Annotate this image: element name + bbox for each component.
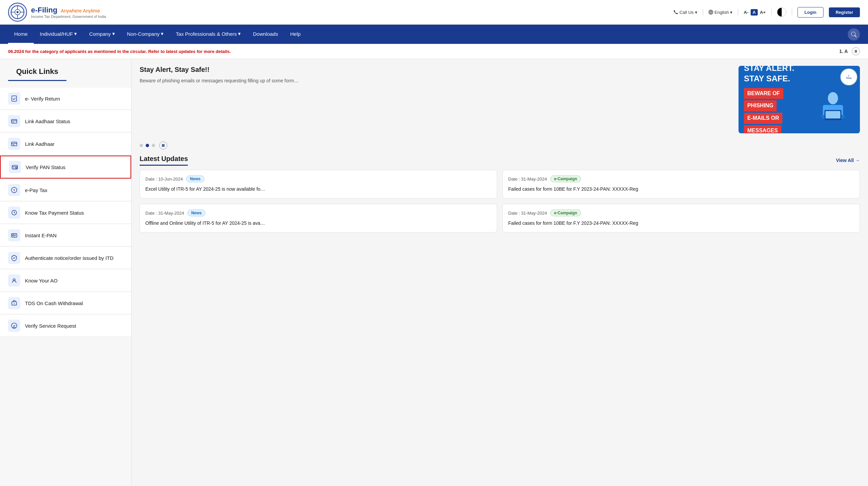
announcement-number: 1. A [839, 49, 848, 54]
nav-downloads[interactable]: Downloads [247, 25, 284, 44]
filing-badge: eFiling [840, 69, 857, 85]
nav-home[interactable]: Home [8, 25, 34, 44]
svg-rect-13 [11, 142, 17, 146]
instant-epan-icon [8, 229, 20, 241]
svg-rect-7 [855, 50, 856, 53]
safety-image: STAY ALERT. STAY SAFE. BEWARE OF PHISHIN… [739, 66, 860, 133]
sidebar-item-label: Instant E-PAN [25, 233, 57, 238]
search-button[interactable] [848, 28, 860, 40]
sidebar-item-epay-tax[interactable]: ₹ e-Pay Tax [0, 179, 131, 201]
logo-area: e-Filing Anywhere Anytime Income Tax Dep… [8, 3, 106, 22]
update-card-3-header: Date : 31-May-2024 News [145, 210, 491, 216]
safety-section: Stay Alert, Stay Safe!! Beware of phishi… [140, 66, 860, 133]
sidebar-item-verify-service[interactable]: Verify Service Request [0, 315, 131, 337]
update-card-1-header: Date : 10-Jun-2024 News [145, 176, 491, 182]
update-text-3: Offline and Online Utility of ITR-5 for … [145, 220, 491, 227]
announcement-pause-button[interactable] [852, 47, 860, 55]
nav-noncompany[interactable]: Non-Company ▾ [121, 25, 170, 44]
epay-tax-icon: ₹ [8, 184, 20, 196]
safety-img-line2: STAY SAFE. [744, 73, 794, 84]
sidebar-title: Quick Links [8, 67, 66, 81]
sidebar-item-tax-payment-status[interactable]: Know Tax Payment Status [0, 202, 131, 224]
contrast-toggle[interactable] [777, 7, 786, 17]
sidebar-item-label: Link Aadhaar Status [25, 118, 70, 124]
update-tag-3: News [187, 210, 205, 216]
svg-rect-8 [856, 50, 857, 53]
font-normal-button[interactable]: A [751, 9, 758, 16]
sidebar-item-authenticate-notice[interactable]: Authenticate notice/order issued by ITD [0, 247, 131, 269]
verify-service-icon [8, 320, 20, 332]
divider3 [771, 9, 772, 16]
svg-point-24 [12, 235, 14, 236]
safety-text: Stay Alert, Stay Safe!! Beware of phishi… [140, 66, 730, 133]
verify-pan-icon [9, 161, 21, 173]
sidebar-item-tds-cash[interactable]: TDS On Cash Withdrawal [0, 292, 131, 314]
update-date-4: Date : 31-May-2024 [508, 211, 547, 216]
safety-img-line1: STAY ALERT. [744, 66, 794, 73]
carousel-dot-3[interactable] [152, 144, 155, 147]
safety-img-line3: BEWARE OF [744, 88, 783, 99]
update-card-2[interactable]: Date : 31-May-2024 e-Campaign Failed cas… [502, 170, 860, 198]
sidebar-item-label: Know Tax Payment Status [25, 210, 84, 216]
font-size-controls: A- A A+ [744, 9, 765, 16]
language-button[interactable]: English ▾ [708, 10, 733, 15]
sidebar-item-link-aadhaar-status[interactable]: Link Aadhaar Status [0, 110, 131, 132]
nav-tax-professionals[interactable]: Tax Professionals & Others ▾ [170, 25, 247, 44]
sidebar-item-label: Verify Service Request [25, 323, 76, 329]
logo-tagline: Anywhere Anytime [61, 8, 100, 14]
svg-rect-10 [11, 119, 17, 123]
register-button[interactable]: Register [829, 7, 860, 17]
view-all-button[interactable]: View All → [836, 158, 860, 163]
divider4 [792, 9, 792, 16]
sidebar-item-everify[interactable]: e- Verify Return [0, 88, 131, 110]
update-card-3[interactable]: Date : 31-May-2024 News Offline and Onli… [140, 204, 497, 233]
sidebar-item-verify-pan[interactable]: Verify PAN Status [0, 156, 131, 179]
call-us-label: Call Us [679, 10, 694, 15]
divider [703, 9, 703, 16]
latest-updates-header: Latest Updates View All → [140, 155, 860, 166]
carousel-dot-1[interactable] [140, 144, 143, 147]
sidebar-item-link-aadhaar[interactable]: Link Aadhaar [0, 133, 131, 155]
view-all-label: View All [836, 158, 854, 163]
nav-company[interactable]: Company ▾ [83, 25, 121, 44]
svg-rect-35 [826, 111, 840, 118]
logo-subtitle: Income Tax Department, Government of Ind… [31, 15, 106, 19]
updates-grid: Date : 10-Jun-2024 News Excel Utility of… [140, 170, 860, 233]
everify-icon [8, 92, 20, 105]
svg-text:₹: ₹ [13, 189, 15, 192]
nav-help[interactable]: Help [284, 25, 307, 44]
update-text-2: Failed cases for form 10BE for F.Y 2023-… [508, 186, 854, 193]
sidebar-item-instant-epan[interactable]: Instant E-PAN [0, 224, 131, 246]
update-card-1[interactable]: Date : 10-Jun-2024 News Excel Utility of… [140, 170, 497, 198]
font-decrease-button[interactable]: A- [744, 10, 748, 15]
carousel-dots [140, 141, 860, 150]
sidebar-item-label: Know Your AO [25, 278, 58, 284]
logo-text: e-Filing Anywhere Anytime Income Tax Dep… [31, 6, 106, 19]
font-increase-button[interactable]: A+ [760, 10, 765, 15]
safety-img-line4: PHISHING [744, 100, 777, 111]
latest-updates-title: Latest Updates [140, 155, 188, 166]
sidebar-item-know-your-ao[interactable]: Know Your AO [0, 270, 131, 292]
login-button[interactable]: Login [798, 7, 823, 18]
top-bar-right: Call Us ▾ English ▾ A- A A+ Login Regist… [673, 7, 860, 18]
sidebar-item-label: Verify PAN Status [26, 164, 65, 170]
update-card-4[interactable]: Date : 31-May-2024 e-Campaign Failed cas… [502, 204, 860, 233]
nav-individual[interactable]: Individual/HUF ▾ [34, 25, 83, 44]
content-area: Stay Alert, Stay Safe!! Beware of phishi… [132, 59, 868, 486]
link-aadhaar-icon [8, 138, 20, 150]
svg-rect-37 [164, 144, 165, 147]
svg-point-31 [828, 92, 838, 104]
main-layout: Quick Links e- Verify Return [0, 59, 868, 486]
update-date-3: Date : 31-May-2024 [145, 211, 184, 216]
update-text-1: Excel Utility of ITR-5 for AY 2024-25 is… [145, 186, 491, 193]
call-us-button[interactable]: Call Us ▾ [673, 10, 697, 15]
safety-heading: Stay Alert, Stay Safe!! [140, 66, 730, 74]
update-date-1: Date : 10-Jun-2024 [145, 177, 183, 182]
safety-img-line6: MESSAGES [744, 125, 781, 133]
safety-img-line5: E-MAILS OR [744, 113, 782, 124]
divider2 [738, 9, 738, 16]
carousel-dot-2[interactable] [146, 144, 149, 147]
link-aadhaar-status-icon [8, 115, 20, 127]
sidebar-scroll: e- Verify Return Link Aadhaar Status [0, 88, 131, 338]
carousel-pause-button[interactable] [159, 141, 167, 150]
